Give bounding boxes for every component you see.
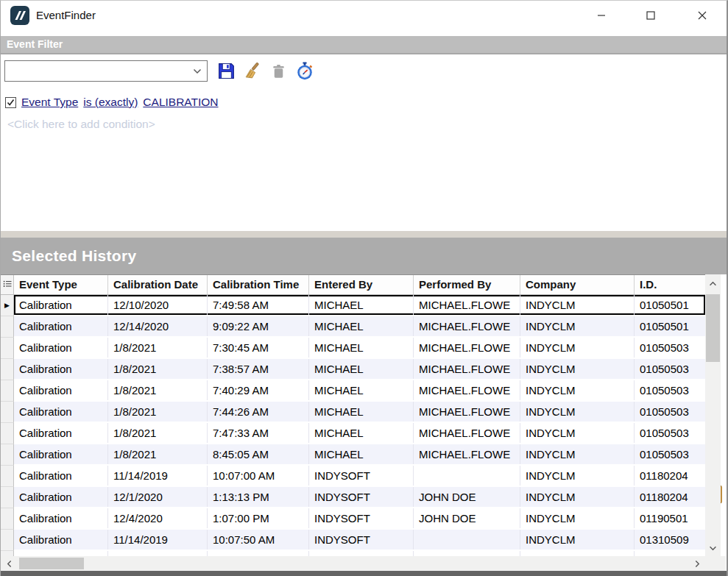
table-cell[interactable]: INDYCLM: [520, 316, 635, 336]
column-header[interactable]: Company: [520, 275, 635, 294]
table-cell[interactable]: 01050503: [635, 423, 705, 443]
table-cell[interactable]: 01050503: [635, 338, 705, 358]
column-header[interactable]: Calibration Date: [108, 275, 208, 294]
table-cell[interactable]: 1:07:00 PM: [208, 508, 309, 528]
table-cell[interactable]: INDYSOFT: [309, 487, 414, 507]
table-cell[interactable]: 10:07:00 AM: [208, 466, 309, 486]
table-cell[interactable]: MICHAEL: [309, 423, 414, 443]
table-cell[interactable]: INDYSOFT: [309, 466, 414, 486]
table-cell[interactable]: INDYCLM: [520, 295, 635, 315]
scroll-right-button[interactable]: [689, 556, 705, 571]
table-cell[interactable]: 11/14/2019: [108, 466, 208, 486]
row-selector[interactable]: [1, 487, 14, 508]
table-cell[interactable]: 1:13:13 PM: [208, 487, 309, 507]
table-cell[interactable]: Calibration: [14, 530, 108, 550]
table-cell[interactable]: MICHAEL: [309, 295, 414, 315]
row-selector[interactable]: [1, 380, 14, 402]
delete-filter-button[interactable]: [269, 61, 289, 81]
timer-button[interactable]: [294, 61, 314, 81]
horizontal-scrollbar[interactable]: [1, 556, 726, 571]
table-cell[interactable]: Calibration: [14, 444, 108, 464]
table-cell[interactable]: INDYCLM: [520, 466, 635, 486]
table-row[interactable]: Calibration12/1/20201:13:13 PMINDYSOFTJO…: [1, 487, 705, 508]
table-cell[interactable]: 01050501: [635, 316, 705, 336]
column-header[interactable]: Event Type: [14, 275, 108, 294]
horizontal-scrollbar-thumb[interactable]: [19, 558, 84, 569]
table-cell[interactable]: 12/1/2020: [108, 487, 208, 507]
close-button[interactable]: [685, 1, 719, 30]
table-cell[interactable]: 01050503: [635, 444, 705, 464]
vertical-scrollbar-thumb[interactable]: [706, 294, 720, 362]
table-cell[interactable]: 7:49:33 AM: [208, 551, 309, 556]
table-cell[interactable]: MICHAEL: [309, 359, 414, 379]
table-cell[interactable]: Calibration: [14, 551, 108, 556]
table-cell[interactable]: 12/10/2020: [108, 295, 208, 315]
table-cell[interactable]: INDYCLM: [520, 402, 635, 422]
scroll-up-button[interactable]: [705, 274, 721, 292]
table-cell[interactable]: Calibration: [14, 423, 108, 443]
title-bar[interactable]: EventFinder: [1, 1, 727, 30]
table-cell[interactable]: MICHAEL.FLOWE: [414, 551, 520, 556]
table-cell[interactable]: INDYCLM: [520, 530, 635, 550]
table-row[interactable]: Calibration12/4/20201:07:00 PMINDYSOFTJO…: [1, 508, 705, 530]
table-cell[interactable]: 1/8/2021: [108, 338, 208, 358]
row-selector[interactable]: [1, 466, 14, 487]
table-cell[interactable]: 01180204: [635, 466, 705, 486]
table-cell[interactable]: Calibration: [14, 508, 108, 528]
column-header[interactable]: I.D.: [635, 275, 705, 294]
row-selector[interactable]: [1, 551, 14, 556]
table-cell[interactable]: 7:44:26 AM: [208, 402, 309, 422]
table-cell[interactable]: 7:49:58 AM: [208, 295, 309, 315]
condition-value-link[interactable]: CALIBRATION: [143, 96, 218, 109]
table-cell[interactable]: 7:38:57 AM: [208, 359, 309, 379]
table-cell[interactable]: 7:30:45 AM: [208, 338, 309, 358]
table-cell[interactable]: MICHAEL: [309, 380, 414, 400]
table-cell[interactable]: INDYCLM: [520, 444, 635, 464]
table-cell[interactable]: 01050503: [635, 402, 705, 422]
table-cell[interactable]: MICHAEL: [309, 551, 414, 556]
table-cell[interactable]: INDYSOFT: [309, 508, 414, 528]
table-cell[interactable]: 1/8/2021: [108, 359, 208, 379]
table-row[interactable]: Calibration1/8/20218:45:05 AMMICHAELMICH…: [1, 444, 705, 466]
add-condition-hint[interactable]: <Click here to add condition>: [7, 118, 155, 131]
save-filter-button[interactable]: [216, 61, 236, 81]
table-cell[interactable]: 1/8/2021: [108, 380, 208, 400]
table-cell[interactable]: 1/8/2021: [108, 444, 208, 464]
column-header[interactable]: Calibration Time: [208, 275, 309, 294]
table-cell[interactable]: 7:47:33 AM: [208, 423, 309, 443]
table-cell[interactable]: Calibration: [14, 338, 108, 358]
column-header[interactable]: Performed By: [414, 275, 520, 294]
table-cell[interactable]: 01050503: [635, 359, 705, 379]
row-selector[interactable]: [1, 338, 14, 359]
row-selector[interactable]: [1, 402, 14, 423]
row-selector[interactable]: [1, 444, 14, 466]
condition-field-link[interactable]: Event Type: [21, 96, 78, 109]
table-cell[interactable]: 01050501: [635, 295, 705, 315]
table-cell[interactable]: MICHAEL.FLOWE: [414, 444, 520, 464]
row-selector[interactable]: [1, 530, 14, 551]
table-cell[interactable]: [414, 466, 520, 486]
table-cell[interactable]: JOHN DOE: [414, 508, 520, 528]
table-cell[interactable]: Calibration: [14, 295, 108, 315]
table-cell[interactable]: INDYCLM: [520, 380, 635, 400]
table-cell[interactable]: INDYCLM: [520, 338, 635, 358]
condition-checkbox[interactable]: [5, 97, 16, 108]
condition-operator-link[interactable]: is (exactly): [83, 96, 138, 109]
table-cell[interactable]: 8:45:05 AM: [208, 444, 309, 464]
table-row[interactable]: Calibration11/14/201910:07:00 AMINDYSOFT…: [1, 466, 705, 487]
table-cell[interactable]: INDYCLM: [520, 551, 635, 556]
grid-corner-cell[interactable]: [1, 275, 14, 294]
table-cell[interactable]: 9:09:22 AM: [208, 316, 309, 336]
table-cell[interactable]: MICHAEL.FLOWE: [414, 380, 520, 400]
table-cell[interactable]: Calibration: [14, 359, 108, 379]
table-cell[interactable]: INDYCLM: [520, 423, 635, 443]
table-row[interactable]: Calibration1/8/20217:38:57 AMMICHAELMICH…: [1, 359, 705, 380]
table-cell[interactable]: INDYSOFT: [309, 530, 414, 550]
table-cell[interactable]: MICHAEL: [309, 316, 414, 336]
table-cell[interactable]: MICHAEL.FLOWE: [414, 316, 520, 336]
table-cell[interactable]: 10:07:50 AM: [208, 530, 309, 550]
table-row[interactable]: Calibration11/14/201910:07:50 AMINDYSOFT…: [1, 530, 705, 551]
table-row[interactable]: Calibration12/14/20209:09:22 AMMICHAELMI…: [1, 316, 705, 338]
table-cell[interactable]: MICHAEL.FLOWE: [414, 423, 520, 443]
filter-combobox[interactable]: [4, 60, 208, 82]
